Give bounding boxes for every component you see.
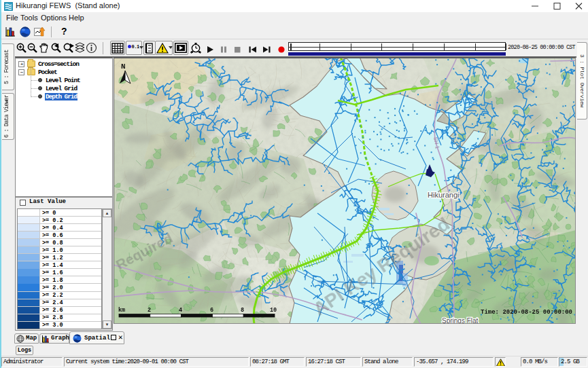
svg-text:Hikurangi: Hikurangi bbox=[428, 191, 459, 199]
svg-text:km: km bbox=[118, 307, 125, 314]
svg-text:10: 10 bbox=[270, 307, 277, 314]
svg-text:Springs Flat: Springs Flat bbox=[442, 317, 479, 324]
svg-text:6: 6 bbox=[210, 307, 213, 314]
svg-text:N: N bbox=[121, 62, 126, 71]
svg-text:8: 8 bbox=[241, 307, 244, 314]
svg-text:4: 4 bbox=[179, 307, 182, 314]
svg-text:2: 2 bbox=[148, 307, 151, 314]
svg-text:Time: 2020-08-25 00:00:00 CST: Time: 2020-08-25 00:00:00 CST bbox=[481, 309, 576, 316]
